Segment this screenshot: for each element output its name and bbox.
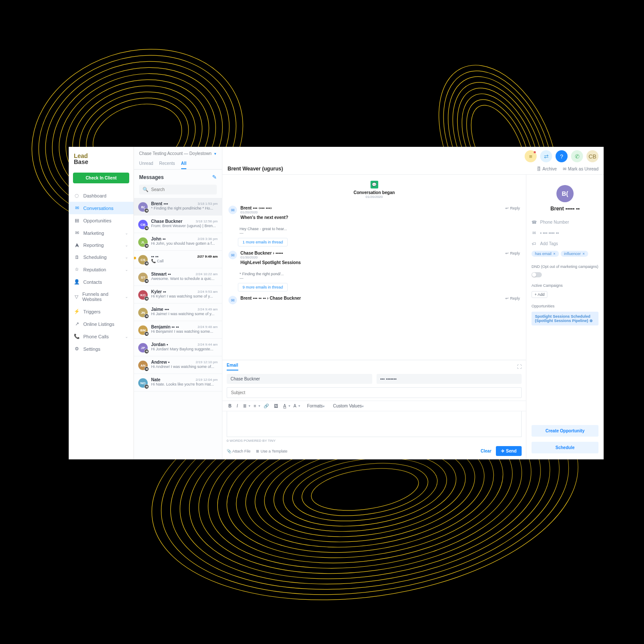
- avatar: B(✉: [138, 202, 148, 212]
- more-in-thread-link[interactable]: 9 more emails in thread: [238, 283, 288, 292]
- avatar: KO✉: [138, 290, 148, 300]
- template-button[interactable]: 🗎 Use a Template: [256, 449, 288, 453]
- tab-recents[interactable]: Recents: [159, 161, 175, 169]
- dnd-toggle[interactable]: [532, 272, 542, 277]
- conversation-item[interactable]: BM✉Benjamin ▪▪ ▪▪2/24 9:48 amHi Benjamin…: [134, 321, 222, 339]
- notifications-icon[interactable]: ≡: [525, 150, 537, 162]
- send-button[interactable]: ✈Send: [496, 446, 522, 456]
- nav-scheduling[interactable]: 🗓Scheduling⌄: [69, 251, 134, 263]
- conversation-preview: Hi John, you should have gotten a f...: [151, 241, 218, 246]
- nav-icon: ▤: [74, 218, 80, 223]
- nav-label: Online Listings: [83, 322, 114, 327]
- nav-icon: ◌: [74, 193, 80, 198]
- remove-tag-icon[interactable]: ×: [553, 252, 556, 256]
- nav-online-listings[interactable]: ↗Online Listings: [69, 318, 134, 330]
- help-icon[interactable]: ?: [556, 150, 568, 162]
- to-field[interactable]: ▪▪▪ ▪▪▪▪▪▪▪: [377, 374, 522, 384]
- tab-unread[interactable]: Unread: [139, 161, 153, 169]
- attach-button[interactable]: 📎 Attach File: [227, 449, 251, 453]
- more-in-thread-link[interactable]: 1 more emails in thread: [238, 238, 288, 246]
- composer: Email ⛶ Chase Buckner ▪▪▪ ▪▪▪▪▪▪▪ B I ≣▾…: [222, 360, 526, 459]
- conversation-item[interactable]: AN✉Andrew ▪2/19 12:10 pmHi Andrew! I was…: [134, 356, 222, 374]
- nav-funnels-and-websites[interactable]: ▽Funnels and Websites⌄: [69, 288, 134, 305]
- conversation-item[interactable]: JN✉Jaime ▪▪▪2/24 9:49 amHi Jaime! I was …: [134, 304, 222, 321]
- conversation-item[interactable]: NO✉Nate2/19 12:04 pmHi Nate. Looks like …: [134, 374, 222, 392]
- call-icon[interactable]: ✆: [571, 150, 583, 162]
- custom-values-dropdown[interactable]: Custom Values ▾: [331, 403, 365, 409]
- search-field[interactable]: 🔍: [139, 185, 217, 194]
- swap-icon[interactable]: ⇄: [540, 150, 552, 162]
- nav-icon: ✉: [74, 230, 80, 236]
- conversation-time: 2/19 12:04 pm: [196, 378, 218, 382]
- reply-button[interactable]: ↩ Reply: [505, 296, 520, 301]
- link-icon[interactable]: 🔗: [262, 403, 270, 409]
- svg-point-33: [289, 450, 441, 529]
- conversation-time: 2/27 9:49 am: [197, 255, 218, 258]
- mail-icon: ✉: [228, 296, 237, 304]
- message-from: Brent ▪▪▪ ‹▪▪▪ ▪▪▪›: [240, 206, 272, 210]
- conversation-item[interactable]: B(✉Brent ▪▪▪3/18 1:53 pm* Finding the ri…: [134, 198, 222, 216]
- conversation-item[interactable]: ST✉Stewart ▪▪2/24 10:22 amAwesome. Want …: [134, 268, 222, 286]
- clear-button[interactable]: Clear: [481, 449, 492, 453]
- textcolor-icon[interactable]: A: [292, 403, 298, 409]
- chat-icon: 💬: [371, 181, 378, 188]
- email-field[interactable]: ✉▪ ▪▪▪ ▪▪▪▪ ▪▪: [532, 229, 598, 237]
- conversation-item[interactable]: CB✉Chase Buckner3/18 12:56 pmFrom: Brent…: [134, 216, 222, 233]
- channel-badge-icon: ✉: [144, 279, 149, 283]
- message-excerpt: * Finding the right pond/...---: [228, 272, 521, 280]
- editor-body[interactable]: [227, 411, 522, 437]
- mark-unread-button[interactable]: ✉Mark as Unread: [563, 167, 598, 171]
- avatar: CB✉: [138, 220, 148, 229]
- user-avatar-chip[interactable]: CB: [586, 150, 598, 162]
- remove-tag-icon[interactable]: ×: [583, 252, 585, 256]
- reply-button[interactable]: ↩ Reply: [505, 251, 520, 255]
- tag-pill[interactable]: has email ×: [532, 251, 559, 257]
- bullet-list-icon[interactable]: ≣: [241, 403, 248, 409]
- check-in-button[interactable]: Check In Client: [73, 173, 129, 183]
- create-opportunity-button[interactable]: Create Opportunity: [532, 425, 598, 437]
- schedule-button[interactable]: Schedule: [532, 442, 598, 453]
- reply-button[interactable]: ↩ Reply: [505, 206, 520, 210]
- add-campaign-button[interactable]: + Add: [532, 291, 547, 298]
- from-field[interactable]: Chase Buckner: [227, 374, 372, 384]
- nav-conversations[interactable]: ✉Conversations: [69, 202, 134, 214]
- conversation-item[interactable]: JP✉Jordan ▪2/24 9:44 amHi Jordan! Mary B…: [134, 339, 222, 356]
- nav-reputation[interactable]: ☆Reputation⌄: [69, 263, 134, 276]
- nav-reporting[interactable]: ⮝Reporting⌄: [69, 239, 134, 251]
- dnd-label: DND (Opt out of marketing campaigns): [532, 264, 598, 269]
- compose-icon[interactable]: ✎: [212, 174, 217, 180]
- formats-dropdown[interactable]: Formats ▾: [305, 403, 326, 409]
- expand-icon[interactable]: ⛶: [517, 364, 522, 369]
- message-item: ✉Brent ▪▪▪ ▪▪ ▪▪ › Chase Buckner↩ Reply: [228, 293, 521, 307]
- nav-opportunities[interactable]: ▤Opportunities: [69, 214, 134, 227]
- tags-field[interactable]: 🏷Add Tags: [532, 240, 598, 247]
- nav-icon: 🗓: [74, 255, 80, 260]
- conversation-item[interactable]: CS✉▪▪ ▪▪2/27 9:49 am📞 Call: [134, 251, 222, 268]
- image-icon[interactable]: 🖼: [272, 403, 280, 409]
- archive-button[interactable]: 🗄Archive: [537, 167, 557, 171]
- nav-dashboard[interactable]: ◌Dashboard: [69, 189, 134, 202]
- number-list-icon[interactable]: ≡: [252, 403, 258, 409]
- composer-tab-email[interactable]: Email: [227, 363, 238, 371]
- tag-pill[interactable]: influencer ×: [561, 251, 588, 257]
- bold-icon[interactable]: B: [227, 403, 233, 409]
- phone-field[interactable]: ☎Phone Number: [532, 219, 598, 226]
- conversation-item[interactable]: KO✉Kyler ▪▪2/24 9:53 amHi Kyler! I was w…: [134, 286, 222, 304]
- nav-settings[interactable]: ⚙Settings: [69, 343, 134, 355]
- nav-contacts[interactable]: 👤Contacts: [69, 276, 134, 288]
- nav-triggers[interactable]: ⚡Triggers: [69, 305, 134, 318]
- bgcolor-icon[interactable]: A: [282, 403, 288, 409]
- italic-icon[interactable]: I: [235, 403, 240, 409]
- nav-label: Triggers: [83, 309, 100, 314]
- nav-phone-calls[interactable]: 📞Phone Calls⌄: [69, 330, 134, 343]
- tag-icon: 🏷: [532, 241, 537, 246]
- nav-marketing[interactable]: ✉Marketing⌄: [69, 227, 134, 239]
- conversation-name: John ▪▪: [151, 237, 166, 241]
- tab-all[interactable]: All: [181, 161, 187, 169]
- account-switcher[interactable]: Chase Testing Account — Doylestown ▾: [134, 147, 222, 158]
- conversation-item[interactable]: JL✉John ▪▪2/28 3:36 pmHi John, you shoul…: [134, 233, 222, 251]
- nav-label: Phone Calls: [83, 334, 109, 339]
- subject-input[interactable]: [227, 387, 522, 398]
- opportunity-card[interactable]: Spotlight Sessions Scheduled (Spotlight …: [532, 312, 598, 325]
- search-input[interactable]: [151, 187, 213, 192]
